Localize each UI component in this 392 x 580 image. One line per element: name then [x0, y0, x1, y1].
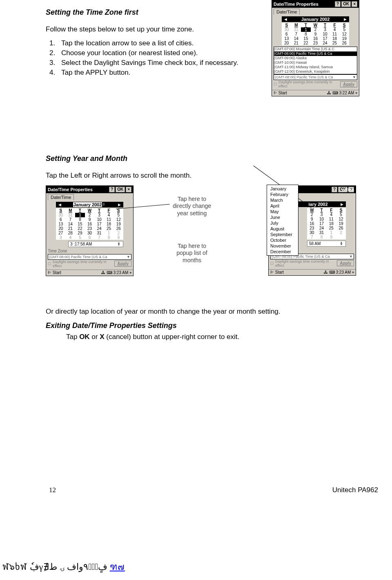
dropdown-arrow-icon: ▼ — [127, 255, 130, 259]
tab-datetime[interactable]: Date/Time — [274, 9, 300, 15]
help-button[interactable]: ? — [335, 1, 341, 7]
calendar-grid[interactable]: WTFS 2345 9101112 16171819 23242526 3031… — [307, 208, 346, 239]
figure-left-dialog: Date/Time Properties ? OK × Date/Time ◄ … — [46, 185, 134, 276]
next-month-arrow[interactable]: ► — [343, 17, 347, 22]
taskbar-clock: 🖧 ⌨ 3:23 AM ⌖ — [324, 270, 354, 275]
tz-dropdown-list[interactable]: (GMT-07:00) Mountain Time (US & C (GMT-0… — [274, 47, 357, 74]
outro-yearmonth: Or directly tap location of year or mont… — [46, 307, 351, 317]
time-field[interactable]: 58 AM▲▼ — [307, 241, 346, 247]
help-button[interactable]: ? — [109, 187, 115, 192]
prev-month-arrow[interactable]: ◄ — [58, 202, 62, 207]
tz-select[interactable]: (GMT-08:00) Pacific Time (US & Ca▼ — [274, 74, 357, 80]
time-field[interactable]: 3 :17:58 AM▲▼ — [68, 241, 123, 247]
intro-yearmonth: Tap the Left or Right arrows to scroll t… — [46, 171, 351, 181]
ok-button[interactable]: OK — [341, 1, 351, 7]
tab-datetime[interactable]: Date/Time — [48, 194, 74, 200]
dst-checkbox[interactable]: ☐ — [270, 261, 274, 265]
start-button[interactable]: 🏳 Start — [47, 270, 61, 275]
start-button[interactable]: 🏳 Start — [270, 270, 284, 275]
apply-button[interactable]: Apply — [340, 81, 357, 87]
close-button[interactable]: × — [352, 1, 357, 7]
garbled-footer-text: ฬ๖ხฬ ڣٗγ∄ِفٍ٩۶ٰٟواف ۍ ط ฑ๗ — [2, 560, 125, 574]
help-button[interactable]: ? — [332, 187, 337, 192]
ok-button[interactable]: OK — [116, 187, 125, 192]
calendar-grid[interactable]: SMTWTFS 303112345 6789101112 13141516171… — [282, 23, 349, 45]
callout-month: Tap here to popup list of months — [169, 243, 214, 264]
product-name: Unitech PA962 — [332, 486, 378, 494]
page-number: 12 — [49, 486, 56, 494]
next-month-arrow[interactable]: ► — [340, 202, 344, 207]
month-popup[interactable]: JanuaryFebruaryMarch AprilMayJune JulyAu… — [267, 185, 298, 256]
taskbar-clock: 🖧 ⌨ 3:22 AM ⌖ — [327, 91, 358, 96]
month-year-label[interactable]: iary 2002 — [309, 202, 328, 207]
next-month-arrow[interactable]: ► — [117, 202, 122, 207]
dst-checkbox[interactable]: ☐ — [274, 82, 277, 86]
dst-checkbox[interactable]: ☐ — [48, 262, 51, 266]
dropdown-arrow-icon[interactable]: ▼ — [352, 75, 356, 79]
prev-month-arrow[interactable]: ◄ — [283, 17, 288, 22]
heading-yearmonth: Setting Year and Month — [46, 154, 351, 163]
heading-exit: Exiting Date/Time Properties Settings — [46, 321, 351, 330]
figure-right-dialog: Date/Time Properties erties ? OK × iary … — [268, 185, 356, 276]
close-button[interactable]: × — [126, 187, 131, 192]
figure-tz-dialog: Date/Time Properties ? OK × Date/Time ◄ … — [272, 0, 359, 96]
tz-label: Time Zone — [48, 249, 131, 253]
exit-text: Tap OK or X (cancel) button at upper-rig… — [66, 332, 351, 342]
month-year-spinner[interactable]: January 2002▲▼ — [73, 202, 107, 207]
figure-yearmonth: Tap here to directly change year setting… — [46, 185, 351, 304]
calendar-grid[interactable]: SMTWTFS 303112345 6789101112 13141516171… — [56, 208, 123, 240]
dst-label: Daylight savings time currently in effec… — [278, 80, 339, 88]
apply-button[interactable]: Apply — [337, 260, 354, 266]
taskbar-clock: 🖧 ⌨ 3:23 AM ⌖ — [101, 270, 132, 275]
dst-label: Daylight savings time currently in effec… — [53, 260, 113, 268]
pda-title-text: Date/Time Properties — [274, 2, 318, 7]
apply-button[interactable]: Apply — [114, 261, 131, 267]
month-year-label[interactable]: January 2002 — [301, 17, 330, 22]
callout-year: Tap here to directly change year setting — [169, 196, 214, 217]
tz-select[interactable]: (GMT-08:00) Pacific Time (US & Ca▼ — [48, 254, 131, 260]
start-button[interactable]: 🏳 Start — [273, 91, 287, 96]
